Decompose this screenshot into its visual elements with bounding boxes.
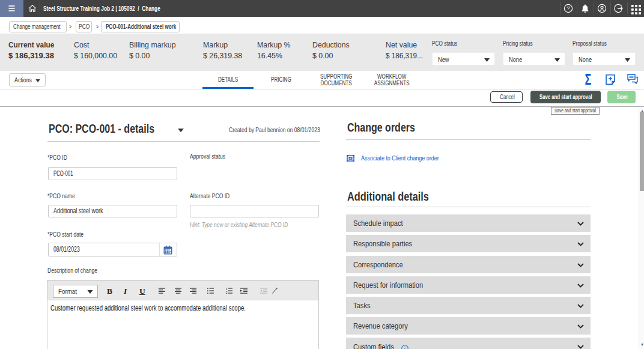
svg-text:1: 1: [226, 287, 228, 291]
svg-text:Σ: Σ: [585, 73, 592, 85]
svg-text:2: 2: [226, 291, 228, 294]
svg-text:?: ?: [567, 5, 570, 11]
